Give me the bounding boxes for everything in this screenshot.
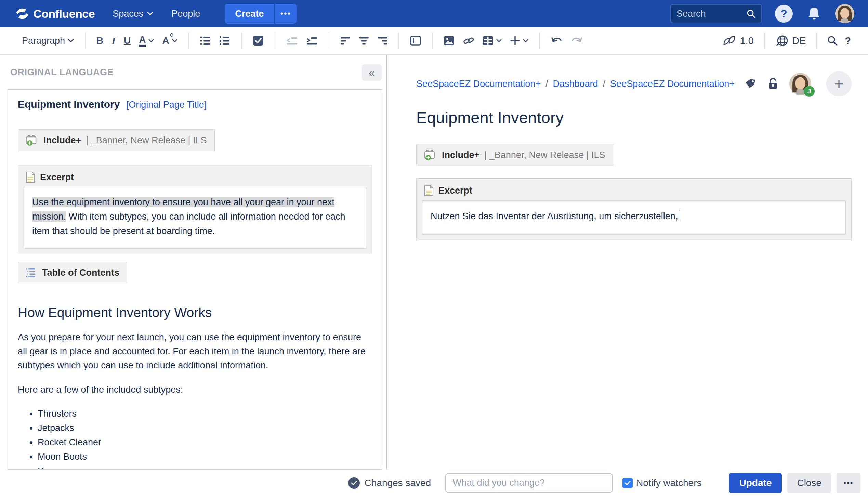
create-button[interactable]: Create [225, 4, 274, 24]
indent-icon [306, 36, 318, 45]
align-left-button[interactable] [336, 31, 355, 50]
paragraph-style-dropdown[interactable]: Paragraph [18, 31, 78, 50]
change-comment-input[interactable] [445, 473, 613, 493]
insert-link-button[interactable] [459, 31, 478, 50]
text-color-dropdown[interactable]: A [135, 31, 158, 50]
outdent-button[interactable] [282, 31, 302, 50]
link-icon [463, 36, 474, 46]
add-page-button[interactable]: + [826, 71, 852, 96]
original-page-title-suffix: [Original Page Title] [126, 100, 207, 110]
bullet-list-button[interactable] [196, 31, 215, 50]
original-page-card: Equipment Inventory [Original Page Title… [8, 89, 382, 470]
product-name: Confluence [33, 7, 95, 21]
task-list-button[interactable] [249, 31, 268, 50]
text-color-icon: A [139, 35, 146, 47]
breadcrumb-link[interactable]: SeeSpaceEZ Documentation+ [416, 79, 541, 89]
character-style-icon: A [162, 36, 169, 45]
plus-icon [510, 36, 520, 46]
image-icon [444, 36, 455, 46]
more-actions-button[interactable]: ••• [837, 473, 860, 493]
numbered-list-icon [219, 36, 230, 45]
editor-help-button[interactable]: ? [841, 35, 854, 47]
editor-footer: Changes saved Notify watchers Update Clo… [0, 470, 868, 496]
breadcrumb: SeeSpaceEZ Documentation+ / Dashboard / … [416, 79, 735, 89]
excerpt-macro[interactable]: Excerpt Use the equipment inventory to e… [18, 165, 372, 254]
nav-spaces[interactable]: Spaces [113, 9, 154, 19]
language-label: DE [792, 35, 806, 47]
unlock-icon[interactable] [767, 77, 779, 90]
find-replace-button[interactable] [824, 35, 841, 46]
excerpt-macro[interactable]: Excerpt Nutzen Sie das Inventar der Ausr… [416, 178, 852, 240]
underline-button[interactable]: U [120, 31, 135, 50]
insert-more-dropdown[interactable] [506, 31, 532, 50]
subtypes-list: Thrusters Jetpacks Rocket Cleaner Moon B… [18, 406, 372, 470]
page-layout-button[interactable] [406, 31, 425, 50]
help-button[interactable]: ? [775, 5, 793, 23]
include-macro[interactable]: Include+ | _Banner, New Release | ILS [416, 144, 613, 166]
table-of-contents-macro[interactable]: Table of Contents [18, 262, 127, 283]
insert-image-button[interactable] [439, 31, 459, 50]
user-avatar-button[interactable] [835, 4, 854, 23]
leaf-version-icon [723, 35, 737, 47]
character-style-dropdown[interactable]: A [158, 31, 181, 50]
italic-button[interactable]: I [107, 31, 120, 50]
excerpt-macro-body[interactable]: Use the equipment inventory to ensure yo… [24, 187, 366, 249]
list-item: Rocket Cleaner [38, 435, 372, 449]
excerpt-macro-icon [26, 171, 35, 183]
align-center-button[interactable] [355, 31, 373, 50]
translation-text-editor[interactable]: Nutzen Sie das Inventar der Ausrüstung, … [422, 200, 846, 235]
redo-button[interactable] [567, 31, 587, 50]
excerpt-text: With item subtypes, you can include all … [32, 211, 345, 236]
excerpt-macro-icon [424, 185, 434, 196]
page-title: Equipment Inventory [416, 108, 852, 127]
labels-tag-icon[interactable] [744, 78, 757, 90]
original-page-title: Equipment Inventory [18, 99, 120, 110]
indent-button[interactable] [302, 31, 322, 50]
numbered-list-button[interactable] [215, 31, 234, 50]
collapse-panel-button[interactable]: « [362, 64, 382, 81]
excerpt-macro-name: Excerpt [40, 172, 74, 183]
list-item: Thrusters [38, 406, 372, 421]
excerpt-macro-name: Excerpt [438, 185, 472, 196]
top-navbar: Confluence Spaces People Create ••• ? [0, 0, 868, 27]
chevron-down-icon [523, 39, 528, 43]
insert-table-dropdown[interactable] [478, 31, 506, 50]
update-button[interactable]: Update [729, 473, 782, 493]
search-input[interactable] [676, 9, 746, 19]
scroll-versions-indicator[interactable]: 1.0 [720, 35, 757, 47]
align-right-button[interactable] [373, 31, 392, 50]
bell-icon [806, 5, 822, 22]
question-mark-icon: ? [845, 35, 851, 47]
confluence-logo[interactable]: Confluence [15, 7, 95, 21]
close-button[interactable]: Close [787, 473, 831, 493]
undo-icon [551, 36, 563, 45]
toc-macro-icon [26, 267, 37, 278]
create-button-group: Create ••• [225, 4, 297, 24]
notify-watchers-label: Notify watchers [636, 478, 701, 488]
align-right-icon [377, 36, 387, 45]
nav-people[interactable]: People [171, 9, 200, 19]
global-search[interactable] [670, 4, 762, 23]
translation-editor-panel: SeeSpaceEZ Documentation+ / Dashboard / … [387, 55, 868, 470]
breadcrumb-link[interactable]: Dashboard [553, 79, 598, 89]
contributor-avatar[interactable]: J [789, 73, 811, 95]
help-icon: ? [775, 5, 793, 23]
include-macro-params: | _Banner, New Release | ILS [86, 135, 207, 146]
include-macro-name: Include+ [43, 135, 81, 146]
create-more-button[interactable]: ••• [274, 4, 297, 24]
breadcrumb-separator: / [603, 79, 606, 89]
include-macro[interactable]: Include+ | _Banner, New Release | ILS [18, 129, 215, 151]
breadcrumb-link[interactable]: SeeSpaceEZ Documentation+ [610, 79, 735, 89]
task-list-icon [253, 35, 264, 46]
contributor-badge: J [804, 86, 815, 97]
notify-watchers-option[interactable]: Notify watchers [622, 478, 701, 488]
notifications-button[interactable] [806, 5, 822, 22]
undo-button[interactable] [547, 31, 567, 50]
language-switcher[interactable]: DE [772, 35, 809, 47]
notify-watchers-checkbox[interactable] [622, 478, 633, 488]
original-language-panel: ORIGINAL LANGUAGE « Equipment Inventory … [0, 55, 386, 470]
breadcrumb-separator: / [545, 79, 548, 89]
page-layout-icon [410, 36, 421, 46]
bold-button[interactable]: B [92, 31, 107, 50]
search-icon [827, 35, 838, 46]
